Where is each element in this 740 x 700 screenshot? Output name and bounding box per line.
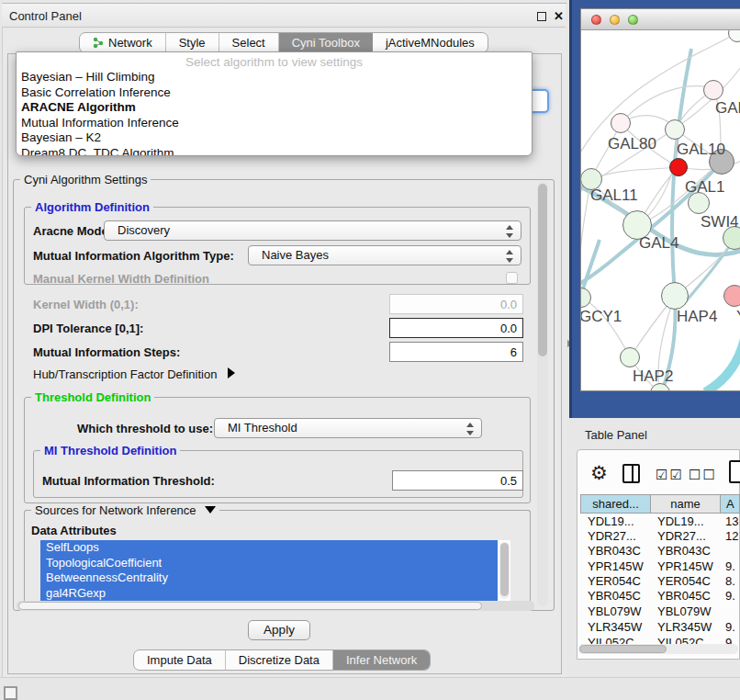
scrollbar-thumb[interactable] bbox=[500, 543, 509, 596]
sources-group-label: Sources for Network Inference bbox=[35, 503, 196, 517]
control-panel-title: Control Panel bbox=[9, 9, 82, 23]
tab-select[interactable]: Select bbox=[219, 33, 279, 52]
mi-algorithm-type-value: Naive Bayes bbox=[262, 248, 329, 262]
tab-style[interactable]: Style bbox=[166, 33, 219, 52]
tab-infer-network-label: Infer Network bbox=[346, 653, 417, 667]
network-view-window: GAL GAL80 GAL10 GAL1 GAL11 SWI4 GAL4 GCY… bbox=[580, 8, 740, 391]
cell-value: 9. bbox=[725, 589, 735, 603]
tab-cyni-toolbox[interactable]: Cyni Toolbox bbox=[279, 33, 373, 52]
manual-kernel-checkbox[interactable] bbox=[506, 272, 518, 284]
cell-name: YLR345W bbox=[657, 620, 712, 634]
node-label: GAL bbox=[715, 99, 740, 118]
attribute-item[interactable]: gal4RGexp bbox=[40, 586, 498, 602]
mi-threshold-input[interactable]: 0.5 bbox=[392, 470, 523, 491]
which-threshold-combo[interactable]: MI Threshold bbox=[214, 418, 482, 438]
algorithm-option[interactable]: Basic Correlation Inference bbox=[17, 85, 532, 101]
algorithm-option[interactable]: Bayesian – K2 bbox=[17, 130, 532, 146]
mac-zoom-button[interactable] bbox=[628, 15, 638, 25]
cell-name: YBL079W bbox=[657, 604, 712, 618]
node-label: GAL10 bbox=[677, 141, 725, 159]
data-attributes-list: SelfLoops TopologicalCoefficient Between… bbox=[40, 540, 510, 601]
gear-icon[interactable]: ⚙ bbox=[590, 462, 608, 484]
sources-group-title[interactable]: Sources for Network Inference bbox=[31, 503, 219, 517]
cell-value: 12 bbox=[725, 529, 738, 543]
tab-network[interactable]: Network bbox=[80, 33, 166, 52]
attribute-item[interactable]: SelfLoops bbox=[40, 540, 498, 556]
network-node[interactable] bbox=[703, 80, 723, 100]
network-node-gal1[interactable] bbox=[669, 158, 688, 176]
table-horizontal-scrollbar[interactable] bbox=[578, 644, 738, 654]
select-all-checkboxes-icon[interactable]: ☑☑ bbox=[656, 467, 684, 483]
network-canvas[interactable]: GAL GAL80 GAL10 GAL1 GAL11 SWI4 GAL4 GCY… bbox=[581, 30, 740, 391]
cell-name: YIL052C bbox=[657, 636, 704, 644]
tab-infer-network[interactable]: Infer Network bbox=[333, 650, 430, 670]
attributes-scrollbar[interactable] bbox=[499, 542, 510, 599]
column-header-name[interactable]: name bbox=[650, 494, 721, 514]
cell-shared: YBR043C bbox=[588, 544, 641, 558]
data-attributes-label: Data Attributes bbox=[31, 524, 117, 537]
columns-icon[interactable] bbox=[622, 464, 640, 483]
network-node-pink[interactable] bbox=[723, 285, 740, 307]
tab-style-label: Style bbox=[179, 36, 206, 50]
cell-name: YER054C bbox=[657, 574, 711, 588]
algorithm-option[interactable]: Bayesian – Hill Climbing bbox=[17, 70, 532, 85]
attribute-item[interactable]: TopologicalCoefficient bbox=[40, 556, 498, 571]
threshold-definition-title: Threshold Definition bbox=[31, 390, 154, 404]
tab-jactivemnodules[interactable]: jActiveMNodules bbox=[373, 33, 488, 52]
network-node-gal10[interactable] bbox=[665, 119, 685, 140]
network-node-gal80[interactable] bbox=[611, 113, 631, 133]
settings-vertical-scrollbar[interactable] bbox=[537, 182, 548, 606]
node-label: GAL11 bbox=[590, 186, 638, 205]
minimized-panel-icon[interactable] bbox=[4, 686, 17, 700]
export-table-icon[interactable] bbox=[729, 460, 740, 483]
hub-definition-toggle[interactable]: Hub/Transcription Factor Definition bbox=[33, 367, 235, 381]
apply-button[interactable]: Apply bbox=[248, 620, 310, 640]
node-label: GAL4 bbox=[639, 234, 678, 253]
float-panel-icon[interactable] bbox=[537, 12, 546, 21]
cell-name: YDR27... bbox=[657, 529, 706, 543]
close-panel-icon[interactable]: ✕ bbox=[554, 9, 564, 23]
node-label: Y bbox=[736, 308, 740, 326]
scrollbar-thumb[interactable] bbox=[579, 645, 667, 653]
scrollbar-thumb[interactable] bbox=[538, 184, 547, 356]
cell-value: 13 bbox=[725, 514, 738, 528]
network-node-hap4[interactable] bbox=[661, 282, 689, 310]
network-node-hap2[interactable] bbox=[620, 347, 640, 367]
aracne-mode-combo[interactable]: Discovery bbox=[104, 220, 521, 241]
algorithm-option[interactable]: Dream8 DC_TDC Algorithm bbox=[17, 146, 532, 157]
mi-algorithm-type-combo[interactable]: Naive Bayes bbox=[248, 245, 521, 265]
kernel-width-input[interactable]: 0.0 bbox=[389, 294, 523, 314]
cell-value: 9. bbox=[725, 559, 735, 573]
kernel-width-label: Kernel Width (0,1): bbox=[33, 298, 139, 311]
mac-close-button[interactable] bbox=[591, 15, 601, 25]
scrollbar-thumb[interactable] bbox=[18, 602, 482, 610]
tab-discretize-data[interactable]: Discretize Data bbox=[226, 650, 333, 670]
cell-shared: YLR345W bbox=[588, 620, 642, 634]
cell-name: YBR045C bbox=[657, 589, 711, 603]
mac-minimize-button[interactable] bbox=[610, 15, 620, 25]
combo-stepper-icon bbox=[506, 249, 514, 264]
algorithm-option[interactable]: Mutual Information Inference bbox=[17, 116, 532, 131]
attribute-item[interactable]: BetweennessCentrality bbox=[40, 570, 498, 586]
dpi-tolerance-input[interactable]: 0.0 bbox=[389, 318, 523, 338]
column-header-partial[interactable]: A bbox=[720, 494, 740, 514]
mi-threshold-label: Mutual Information Threshold: bbox=[42, 474, 215, 488]
tab-jactivemnodules-label: jActiveMNodules bbox=[386, 36, 475, 50]
aracne-mode-label: Aracne Mode: bbox=[33, 224, 112, 238]
which-threshold-label: Which threshold to use: bbox=[77, 422, 213, 435]
deselect-all-checkboxes-icon[interactable]: ☐☐ bbox=[689, 467, 717, 483]
algorithm-option-selected[interactable]: ARACNE Algorithm bbox=[17, 100, 532, 116]
control-panel-tabs: Network Style Select Cyni Toolbox jActiv… bbox=[79, 32, 488, 53]
status-strip bbox=[0, 677, 740, 700]
tab-impute-data[interactable]: Impute Data bbox=[134, 650, 226, 670]
table-panel-title: Table Panel bbox=[585, 428, 647, 442]
mi-steps-input[interactable]: 6 bbox=[389, 342, 523, 362]
cell-shared: YBL079W bbox=[588, 604, 642, 618]
mi-algorithm-type-label: Mutual Information Algorithm Type: bbox=[33, 249, 234, 263]
network-window-titlebar bbox=[581, 9, 740, 30]
settings-horizontal-scrollbar[interactable] bbox=[17, 601, 534, 611]
column-header-shared-name[interactable]: shared... bbox=[580, 494, 651, 514]
node-label: GAL80 bbox=[608, 135, 656, 153]
control-panel-titlebar bbox=[2, 4, 566, 28]
which-threshold-value: MI Threshold bbox=[228, 421, 297, 435]
